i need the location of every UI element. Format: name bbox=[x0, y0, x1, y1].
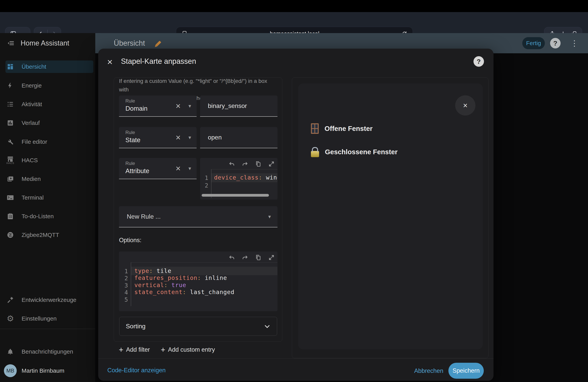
sidebar-item-hacs[interactable]: HACS HACS bbox=[0, 154, 95, 167]
save-button[interactable]: Speichern bbox=[448, 363, 484, 379]
edit-dashboard-icon[interactable] bbox=[152, 37, 165, 49]
clear-icon[interactable]: × bbox=[173, 127, 183, 148]
rule-field-label: Rule bbox=[126, 130, 135, 135]
sidebar-item-label: Aktivität bbox=[21, 101, 42, 107]
add-custom-entry-button[interactable]: + Add custom entry bbox=[161, 345, 215, 354]
hammer-icon bbox=[6, 297, 15, 303]
sidebar-item-verlauf[interactable]: Verlauf bbox=[0, 117, 95, 129]
sidebar-item-label: File editor bbox=[21, 138, 47, 145]
horizontal-scrollbar[interactable] bbox=[202, 194, 269, 197]
app-title: Home Assistant bbox=[21, 39, 69, 47]
window-emoji-icon bbox=[311, 123, 319, 134]
activity-list-icon bbox=[6, 101, 15, 108]
sidebar-item-benachrichtigungen[interactable]: Benachrichtigungen bbox=[0, 345, 95, 358]
sidebar-item-profile[interactable]: MB Martin Birnbaum bbox=[0, 364, 95, 378]
store-icon: HACS bbox=[6, 156, 15, 165]
new-rule-select[interactable]: New Rule ... ▾ bbox=[119, 206, 277, 227]
yaml-value: inline bbox=[201, 275, 227, 281]
avatar[interactable]: MB bbox=[4, 364, 17, 377]
terminal-icon bbox=[6, 194, 15, 201]
tile-offene-fenster[interactable]: Offene Fenster bbox=[311, 123, 373, 134]
undo-icon[interactable] bbox=[228, 160, 236, 168]
copy-icon[interactable] bbox=[254, 160, 262, 168]
code-line-1: device_class: window bbox=[214, 174, 277, 181]
add-filter-button[interactable]: + Add filter bbox=[119, 345, 150, 354]
ha-sidebar-header: Home Assistant bbox=[0, 33, 95, 53]
filter-editor-pane: If entering a custom Value (e.g. "*light… bbox=[114, 77, 282, 342]
rule-field-label: Rule bbox=[126, 161, 135, 166]
store-icon-text: HACS bbox=[6, 162, 14, 165]
dialog-close-icon[interactable]: × bbox=[104, 56, 116, 68]
browser-toolbar: homeassistant.local bbox=[0, 12, 588, 33]
caret-down-icon[interactable]: ▾ bbox=[186, 127, 194, 148]
rule-select-attribute[interactable]: Rule Attribute × ▾ bbox=[119, 158, 197, 179]
clear-icon[interactable]: × bbox=[173, 95, 183, 116]
rule-select-state[interactable]: Rule State × ▾ bbox=[119, 127, 197, 148]
undo-icon[interactable] bbox=[228, 254, 236, 262]
sidebar-item-label: Übersicht bbox=[21, 64, 46, 70]
sidebar-item-label: HACS bbox=[21, 157, 38, 164]
gear-icon: ⚙ bbox=[6, 315, 15, 323]
editor-toolbar bbox=[228, 254, 275, 262]
line-number: 2 bbox=[205, 182, 208, 189]
card-preview-pane: × Offene Fenster Geschlossene Fenster bbox=[292, 77, 488, 358]
sidebar-item-medien[interactable]: Medien bbox=[0, 173, 95, 185]
dashboard-icon bbox=[6, 63, 15, 70]
sidebar-item-entwicklerwerkzeuge[interactable]: Entwicklerwerkzeuge bbox=[0, 294, 95, 306]
plus-icon: + bbox=[119, 345, 123, 354]
redo-icon[interactable] bbox=[241, 254, 249, 262]
yaml-separator: : bbox=[149, 267, 153, 274]
expand-icon[interactable] bbox=[267, 254, 275, 262]
dialog-help-icon[interactable]: ? bbox=[473, 56, 484, 67]
preview-close-icon[interactable]: × bbox=[455, 95, 475, 116]
overflow-menu-icon[interactable]: ⋮ bbox=[570, 38, 578, 49]
rule-value-text: open bbox=[208, 134, 222, 141]
redo-icon[interactable] bbox=[241, 160, 249, 168]
copy-icon[interactable] bbox=[254, 254, 262, 262]
yaml-value: tile bbox=[153, 267, 171, 274]
sidebar-item-energie[interactable]: Energie bbox=[0, 79, 95, 92]
caret-down-icon[interactable]: ▾ bbox=[268, 213, 271, 220]
expand-icon[interactable] bbox=[267, 160, 275, 168]
line-number: 4 bbox=[125, 289, 128, 296]
attribute-yaml-editor[interactable]: 1 2 device_class: window bbox=[200, 158, 277, 200]
cancel-button[interactable]: Abbrechen bbox=[409, 366, 448, 376]
done-button[interactable]: Fertig bbox=[522, 37, 545, 49]
stack-card-dialog: × Stapel-Karte anpassen ? If entering a … bbox=[98, 49, 494, 381]
rule-value-domain-input[interactable]: binary_sensor bbox=[200, 95, 277, 117]
sidebar-item-einstellungen[interactable]: ⚙ Einstellungen bbox=[0, 312, 95, 325]
caret-down-icon[interactable]: ▾ bbox=[186, 158, 194, 179]
add-actions-row: + Add filter + Add custom entry bbox=[119, 345, 215, 355]
sidebar-item-todo[interactable]: To-do-Listen bbox=[0, 210, 95, 223]
editor-toolbar bbox=[228, 160, 275, 168]
yaml-separator: : bbox=[164, 282, 168, 288]
footer-divider bbox=[98, 358, 494, 359]
clear-icon[interactable]: × bbox=[173, 158, 183, 179]
caret-down-icon[interactable]: ▾ bbox=[186, 95, 194, 116]
sorting-expansion-panel[interactable]: Sorting bbox=[119, 317, 277, 336]
sidebar-item-file-editor[interactable]: File editor bbox=[0, 136, 95, 148]
zigbee-icon bbox=[6, 232, 15, 238]
sidebar-item-terminal[interactable]: Terminal bbox=[0, 191, 95, 204]
sidebar-item-label: Einstellungen bbox=[21, 315, 57, 322]
rule-value-text: binary_sensor bbox=[208, 102, 247, 109]
show-code-editor-link[interactable]: Code-Editor anzeigen bbox=[107, 367, 166, 374]
rule-select-domain[interactable]: Rule Domain × ▾ bbox=[119, 95, 197, 117]
rule-value: State bbox=[126, 136, 140, 144]
sidebar-item-aktivitaet[interactable]: Aktivität bbox=[0, 98, 95, 110]
sidebar-item-label: Entwicklerwerkzeuge bbox=[21, 297, 76, 303]
yaml-key: state_content bbox=[134, 289, 183, 296]
sidebar-item-zigbee2mqtt[interactable]: Zigbee2MQTT bbox=[0, 229, 95, 241]
sidebar-item-label: Zigbee2MQTT bbox=[21, 232, 59, 238]
sidebar-collapse-icon[interactable] bbox=[7, 39, 15, 47]
rule-value: Domain bbox=[126, 105, 147, 112]
sidebar-divider bbox=[0, 329, 95, 329]
sidebar-item-uebersicht[interactable]: Übersicht bbox=[0, 61, 95, 73]
tile-geschlossene-fenster[interactable]: Geschlossene Fenster bbox=[311, 147, 398, 157]
rule-value-state-input[interactable]: open bbox=[200, 127, 277, 148]
header-help-icon[interactable]: ? bbox=[550, 38, 561, 48]
bar-chart-icon bbox=[6, 119, 15, 127]
code-line-2: features_position: inline bbox=[134, 275, 227, 281]
options-yaml-editor[interactable]: 1 2 3 4 5 type: tile features_position: … bbox=[119, 252, 277, 311]
yaml-separator: : bbox=[259, 174, 262, 181]
